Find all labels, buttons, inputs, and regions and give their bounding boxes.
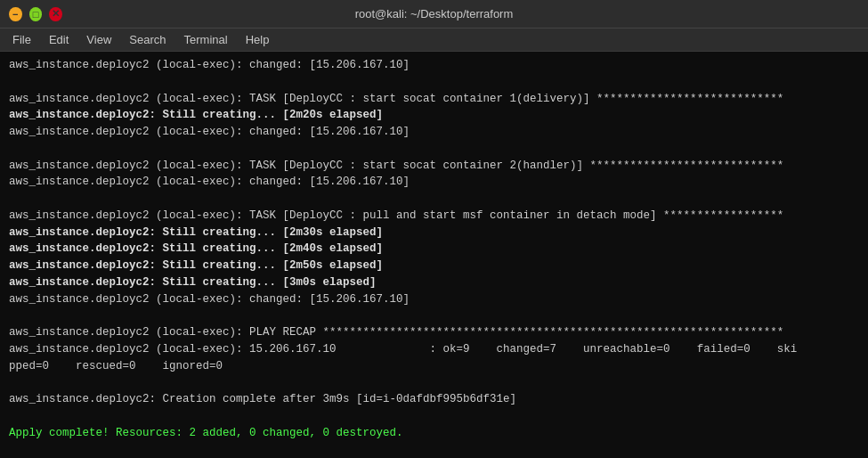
terminal-line (9, 408, 859, 425)
menu-view[interactable]: View (79, 31, 118, 48)
menu-file[interactable]: File (5, 31, 38, 48)
terminal-line: aws_instance.deployc2: Still creating...… (9, 241, 859, 258)
minimize-icon: − (12, 9, 18, 20)
terminal-output[interactable]: aws_instance.deployc2 (local-exec): chan… (0, 52, 868, 458)
terminal-line (9, 74, 859, 91)
close-icon: ✕ (52, 8, 60, 20)
terminal-line: Apply complete! Resources: 2 added, 0 ch… (9, 425, 859, 442)
terminal-line: aws_instance.deployc2: Still creating...… (9, 107, 859, 124)
terminal-line (9, 307, 859, 324)
terminal-line: aws_instance.deployc2 (local-exec): 15.2… (9, 341, 859, 358)
menubar: File Edit View Search Terminal Help (0, 29, 868, 52)
menu-edit[interactable]: Edit (42, 31, 76, 48)
terminal-line: pped=0 rescued=0 ignored=0 (9, 358, 859, 375)
terminal-line (9, 141, 859, 158)
maximize-button[interactable]: □ (29, 7, 43, 21)
menu-terminal[interactable]: Terminal (177, 31, 235, 48)
terminal-line: aws_instance.deployc2: Creation complete… (9, 391, 859, 408)
terminal-line: aws_instance.deployc2 (local-exec): TASK… (9, 158, 859, 175)
terminal-line: aws_instance.deployc2: Still creating...… (9, 225, 859, 241)
window-title: root@kali: ~/Desktop/terraform (62, 7, 806, 20)
terminal-line (9, 441, 859, 458)
menu-help[interactable]: Help (239, 31, 277, 48)
terminal-line: aws_instance.deployc2 (local-exec): TASK… (9, 91, 859, 108)
terminal-line: aws_instance.deployc2 (local-exec): PLAY… (9, 324, 859, 341)
terminal-line (9, 191, 859, 208)
terminal-line: aws_instance.deployc2 (local-exec): chan… (9, 57, 859, 74)
maximize-icon: □ (33, 9, 39, 20)
terminal-line: aws_instance.deployc2 (local-exec): TASK… (9, 208, 859, 225)
terminal-line: aws_instance.deployc2 (local-exec): chan… (9, 124, 859, 141)
close-button[interactable]: ✕ (49, 7, 62, 21)
titlebar: − □ ✕ root@kali: ~/Desktop/terraform (0, 0, 868, 29)
minimize-button[interactable]: − (9, 7, 22, 21)
terminal-line (9, 374, 859, 391)
menu-search[interactable]: Search (122, 31, 173, 48)
terminal-line: aws_instance.deployc2: Still creating...… (9, 258, 859, 274)
terminal-line: aws_instance.deployc2 (local-exec): chan… (9, 291, 859, 308)
terminal-line: aws_instance.deployc2: Still creating...… (9, 274, 859, 291)
terminal-line: aws_instance.deployc2 (local-exec): chan… (9, 174, 859, 191)
